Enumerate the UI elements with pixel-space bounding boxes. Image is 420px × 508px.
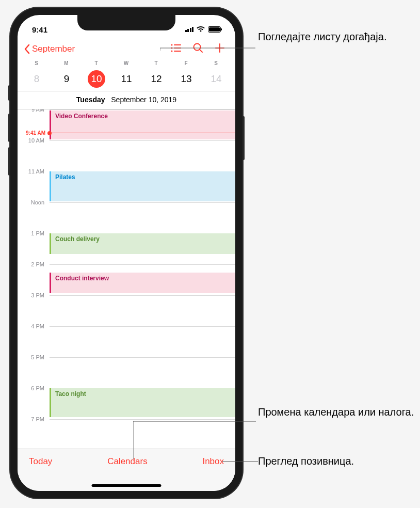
day-column[interactable]: W11	[111, 60, 141, 88]
hour-label: 7 PM	[18, 416, 50, 422]
day-letter: T	[82, 60, 111, 66]
hour-line	[50, 264, 235, 265]
callout-line	[160, 40, 258, 51]
callout-line	[133, 421, 258, 462]
day-number: 9	[52, 70, 82, 88]
back-label: September	[32, 44, 75, 54]
day-view[interactable]: 9 AM10 AM11 AMNoon1 PM2 PM3 PM4 PM5 PM6 …	[18, 109, 235, 430]
hour-label: 2 PM	[18, 261, 50, 267]
wifi-icon	[197, 25, 205, 34]
hour-label: 5 PM	[18, 354, 50, 360]
notch	[77, 15, 175, 30]
chevron-left-icon	[24, 44, 30, 54]
volume-down	[8, 147, 10, 176]
day-column[interactable]: S14	[201, 60, 231, 88]
hour-line	[50, 202, 235, 203]
event-block[interactable]: Conduct interview	[50, 273, 235, 293]
hour-row: 10 AM	[18, 140, 235, 147]
day-letter: S	[201, 60, 231, 66]
hour-label: 10 AM	[18, 137, 50, 144]
day-number: 10	[88, 70, 105, 88]
date-weekday: Tuesday	[76, 96, 105, 104]
day-column[interactable]: M9	[52, 60, 82, 88]
cellular-icon	[185, 27, 194, 32]
now-rule	[52, 133, 235, 133]
day-column[interactable]: T10	[82, 60, 111, 88]
hour-row: 2 PM	[18, 264, 235, 271]
hour-line	[50, 419, 235, 420]
day-number: 14	[201, 70, 231, 88]
screen: 9:41 September	[18, 15, 235, 491]
hour-line	[50, 326, 235, 327]
back-button[interactable]: September	[24, 44, 75, 54]
home-indicator[interactable]	[92, 484, 161, 487]
volume-up	[8, 114, 10, 142]
hour-label: 6 PM	[18, 385, 50, 391]
event-block[interactable]: Pilates	[50, 171, 235, 201]
day-column[interactable]: S8	[22, 60, 52, 88]
battery-icon	[208, 26, 221, 33]
hour-row: 4 PM	[18, 326, 235, 332]
callout-calendars: Промена календара или налога.	[258, 405, 414, 419]
event-block[interactable]: Taco night	[50, 388, 235, 417]
day-number: 11	[111, 70, 141, 88]
hour-row: Noon	[18, 202, 235, 209]
hour-line	[50, 357, 235, 358]
day-number: 13	[171, 70, 201, 88]
callout-line	[222, 461, 258, 462]
now-indicator: 9:41 AM	[18, 130, 235, 136]
event-block[interactable]: Couch delivery	[50, 233, 235, 254]
date-label: Tuesday September 10, 2019	[18, 91, 235, 109]
callout-inbox: Преглед позивница.	[258, 454, 354, 468]
hour-line	[50, 295, 235, 296]
hour-line	[50, 109, 235, 110]
day-letter: W	[111, 60, 141, 66]
hour-label: 9 AM	[18, 109, 50, 113]
now-dot	[47, 131, 52, 135]
day-letter: T	[141, 60, 171, 66]
day-letter: S	[22, 60, 52, 66]
day-column[interactable]: F13	[171, 60, 201, 88]
date-full: September 10, 2019	[111, 96, 176, 104]
day-letter: F	[171, 60, 201, 66]
day-number: 12	[141, 70, 171, 88]
day-letter: M	[52, 60, 82, 66]
hour-row: 5 PM	[18, 357, 235, 363]
status-time: 9:41	[32, 25, 47, 34]
hour-line	[50, 140, 235, 141]
hour-row: 3 PM	[18, 295, 235, 301]
today-button[interactable]: Today	[29, 456, 52, 467]
day-number: 8	[22, 70, 52, 88]
mute-switch	[8, 85, 10, 101]
callout-list: Погледајте листу догађаја.	[258, 30, 386, 43]
status-indicators	[185, 25, 221, 34]
day-column[interactable]: T12	[141, 60, 171, 88]
hour-label: 3 PM	[18, 292, 50, 298]
side-button	[243, 116, 245, 160]
hour-label: 1 PM	[18, 230, 50, 236]
now-time-label: 9:41 AM	[18, 130, 47, 136]
week-header: S8M9T10W11T12F13S14	[18, 60, 235, 91]
hour-label: 4 PM	[18, 323, 50, 329]
hour-label: Noon	[18, 199, 50, 205]
hour-label: 11 AM	[18, 168, 50, 174]
